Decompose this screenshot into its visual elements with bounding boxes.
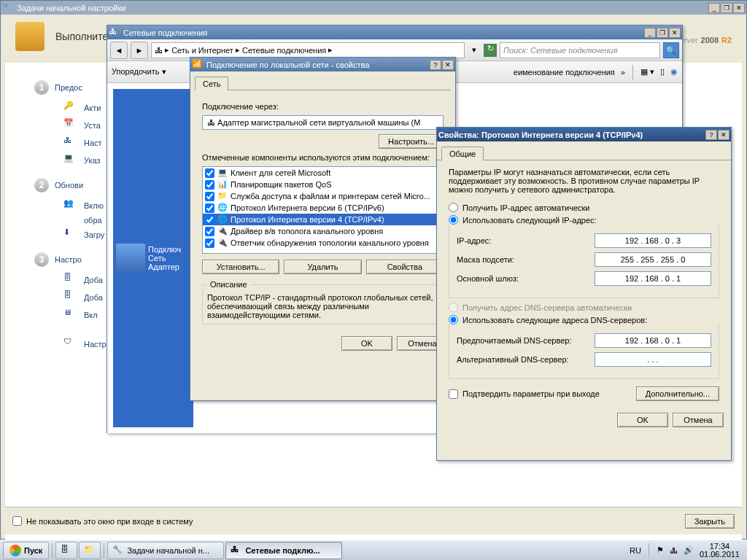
mask-input[interactable]: 255 . 255 . 255 . 0 <box>595 252 711 267</box>
ipv6-icon: 🌐 <box>217 203 228 213</box>
quicklaunch-server[interactable]: 🗄 <box>55 542 77 559</box>
props-title: Подключение по локальной сети - свойства <box>206 61 430 69</box>
advanced-button[interactable]: Дополнительно... <box>636 386 719 401</box>
component-row[interactable]: 📁Служба доступа к файлам и принтерам сет… <box>203 190 443 202</box>
minimize-button[interactable]: _ <box>708 3 720 13</box>
ipv4-help-button[interactable]: ? <box>705 130 717 140</box>
search-input[interactable]: Поиск: Сетевые подключения <box>500 42 660 58</box>
server-add-icon: 🗄 <box>63 273 78 287</box>
manual-ip-radio-row[interactable]: Использовать следующий IP-адрес: <box>449 215 719 225</box>
dns2-input[interactable]: . . . <box>595 352 711 367</box>
network-icon: 🖧 <box>63 136 78 150</box>
explorer-icon: 📁 <box>84 545 96 556</box>
start-button[interactable]: Пуск <box>3 542 49 559</box>
tab-network[interactable]: Сеть <box>195 77 228 90</box>
start-orb-icon <box>9 545 21 556</box>
validate-checkbox[interactable] <box>449 389 458 399</box>
rename-cmd[interactable]: еименование подключения <box>514 68 615 77</box>
refresh-button[interactable]: ↻ <box>484 44 497 57</box>
gateway-label: Основной шлюз: <box>457 274 595 283</box>
connection-icon <box>116 244 145 273</box>
header-text: Выполните <box>55 31 108 42</box>
validate-label: Подтвердить параметры при выходе <box>462 389 600 398</box>
preview-button[interactable]: ▯ <box>660 67 665 77</box>
back-button[interactable]: ◄ <box>110 42 128 59</box>
dns1-label: Предпочитаемый DNS-сервер: <box>457 336 595 345</box>
exp-maximize-button[interactable]: ❐ <box>657 28 668 38</box>
taskbar-item-network[interactable]: 🖧Сетевые подклю... <box>225 542 342 559</box>
download-icon: ⬇ <box>63 228 78 242</box>
configure-button[interactable]: Настроить... <box>379 134 444 149</box>
component-row[interactable]: 💻Клиент для сетей Microsoft <box>203 167 443 179</box>
view-button[interactable]: ▦ ▾ <box>640 67 654 77</box>
components-label: Отмеченные компоненты используются этим … <box>202 153 444 162</box>
close-button[interactable]: ✕ <box>733 3 745 13</box>
component-row-selected[interactable]: 🌐Протокол Интернета версии 4 (TCP/IPv4) <box>203 214 443 225</box>
taskbar-item-tasks[interactable]: 🔧Задачи начальной н... <box>107 542 224 559</box>
explorer-titlebar: 🖧 Сетевые подключения _ ❐ ✕ <box>107 26 682 39</box>
props-icon: 📶 <box>192 59 204 71</box>
props-ok-button[interactable]: OK <box>341 336 392 351</box>
auto-dns-radio <box>449 303 458 312</box>
auto-ip-radio[interactable] <box>449 203 458 212</box>
props-close-button[interactable]: ✕ <box>442 60 454 70</box>
forward-button[interactable]: ► <box>131 42 148 59</box>
exp-close-button[interactable]: ✕ <box>669 28 681 38</box>
app-icon: 🔧 <box>2 2 14 14</box>
qos-icon: 📊 <box>217 179 228 190</box>
netconn-icon: 🖧 <box>231 545 242 556</box>
component-row[interactable]: 🔌Ответчик обнаружения топологии канально… <box>203 237 443 249</box>
install-button[interactable]: Установить... <box>202 260 279 274</box>
taskbar: Пуск 🗄 📁 🔧Задачи начальной н... 🖧Сетевые… <box>0 540 747 560</box>
main-titlebar: 🔧 Задачи начальной настройки _ ❐ ✕ <box>1 1 746 15</box>
manual-dns-radio-row[interactable]: Использовать следующие адреса DNS-сервер… <box>449 315 719 324</box>
exp-minimize-button[interactable]: _ <box>644 28 656 38</box>
components-list[interactable]: 💻Клиент для сетей Microsoft 📊Планировщик… <box>202 166 444 254</box>
server-manager-icon: 🗄 <box>61 545 72 556</box>
firewall-icon: 🛡 <box>63 337 78 351</box>
tab-general[interactable]: Общие <box>441 147 484 160</box>
tray-sound-icon[interactable]: 🔊 <box>684 545 694 555</box>
address-bar[interactable]: 🖧 ▸ Сеть и Интернет ▸ Сетевые подключени… <box>151 42 465 58</box>
auto-ip-radio-row[interactable]: Получить IP-адрес автоматически <box>449 203 719 212</box>
back-arrow-icon: ◄ <box>115 46 123 55</box>
dropdown-button[interactable]: ▾ <box>468 45 481 55</box>
maximize-button[interactable]: ❐ <box>721 3 732 13</box>
server-plus-icon: 🗄 <box>63 290 78 305</box>
dont-show-checkbox[interactable] <box>12 516 22 526</box>
main-title: Задачи начальной настройки <box>17 4 708 12</box>
language-indicator[interactable]: RU <box>630 546 641 555</box>
computer-icon: 💻 <box>63 153 78 168</box>
mask-label: Маска подсети: <box>457 255 595 264</box>
remove-button[interactable]: Удалить <box>284 260 361 274</box>
dns1-input[interactable]: 192 . 168 . 0 . 1 <box>595 333 711 348</box>
ipv4-titlebar: Свойства: Протокол Интернета версии 4 (T… <box>437 128 731 141</box>
close-button-main[interactable]: Закрыть <box>685 514 735 529</box>
component-row[interactable]: 🔌Драйвер в/в тополога канального уровня <box>203 225 443 237</box>
tray-flag-icon[interactable]: ⚑ <box>657 545 664 555</box>
component-row[interactable]: 📊Планировщик пакетов QoS <box>203 179 443 190</box>
tray-network-icon[interactable]: 🖧 <box>670 546 678 555</box>
component-row[interactable]: 🌐Протокол Интернета версии 6 (TCP/IPv6) <box>203 202 443 214</box>
organize-menu[interactable]: Упорядочить ▾ <box>112 67 166 77</box>
ipv4-title: Свойства: Протокол Интернета версии 4 (T… <box>438 131 705 139</box>
ipv4-cancel-button[interactable]: Отмена <box>673 413 724 427</box>
calendar-icon: 📅 <box>63 118 78 133</box>
manual-dns-radio[interactable] <box>449 315 458 324</box>
auto-dns-radio-row: Получить адрес DNS-сервера автоматически <box>449 303 719 312</box>
ipv4-close-button[interactable]: ✕ <box>718 130 729 140</box>
dont-show-label: Не показывать это окно при входе в систе… <box>26 517 193 526</box>
manual-ip-radio[interactable] <box>449 215 458 225</box>
more-button[interactable]: » <box>621 68 625 77</box>
help-button[interactable]: ◉ <box>670 67 678 77</box>
ip-input[interactable]: 192 . 168 . 0 . 3 <box>595 233 711 248</box>
network-folder-icon: 🖧 <box>109 27 120 39</box>
ipv4-ok-button[interactable]: OK <box>617 413 668 427</box>
clock[interactable]: 17:34 01.06.2011 <box>700 542 740 559</box>
props-help-button[interactable]: ? <box>430 60 441 70</box>
search-button[interactable]: 🔍 <box>663 42 679 58</box>
connection-item[interactable]: Подключ Сеть Адаптер <box>113 89 193 427</box>
quicklaunch-explorer[interactable]: 📁 <box>79 542 101 559</box>
properties-button[interactable]: Свойства <box>366 260 444 274</box>
gateway-input[interactable]: 192 . 168 . 0 . 1 <box>595 271 711 286</box>
